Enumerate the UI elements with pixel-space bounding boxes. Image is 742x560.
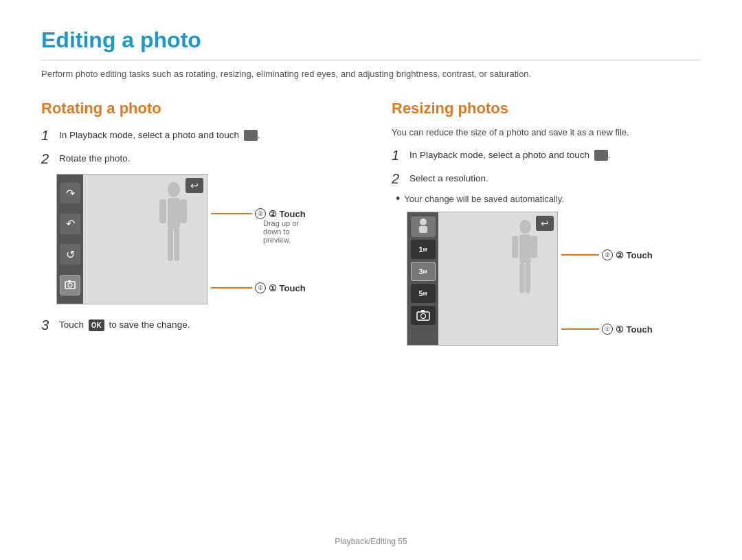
rotate-camera-btn[interactable] xyxy=(60,275,80,295)
resize-callout1-circle: ① xyxy=(602,324,613,335)
callout2-sublabel: Drag up or down to preview. xyxy=(263,219,306,244)
page-title: Editing a photo xyxy=(41,27,701,60)
res-camera-btn[interactable] xyxy=(411,306,436,325)
page-footer: Playback/Editing 55 xyxy=(0,537,742,546)
svg-rect-11 xyxy=(417,312,429,320)
callout2-circle: ② xyxy=(255,208,266,219)
resize-callout1: ① ① Touch xyxy=(561,324,653,335)
resize-person-icon xyxy=(411,216,436,237)
rotate-title: Rotating a photo xyxy=(41,100,350,117)
svg-rect-17 xyxy=(531,236,537,258)
svg-rect-2 xyxy=(68,280,71,282)
svg-point-12 xyxy=(420,314,425,319)
resize-playback-icon xyxy=(594,150,608,161)
res-1m-btn[interactable]: 1M xyxy=(411,240,436,259)
rotate-section: Rotating a photo 1 In Playback mode, sel… xyxy=(41,100,350,358)
svg-point-9 xyxy=(420,219,427,225)
playback-icon xyxy=(244,130,258,141)
svg-rect-19 xyxy=(526,262,530,293)
resize-intro: You can reduce the size of a photo and s… xyxy=(392,127,701,137)
resize-section: Resizing photos You can reduce the size … xyxy=(392,100,701,358)
svg-rect-18 xyxy=(519,262,524,293)
resize-callout1-label: ① Touch xyxy=(616,324,653,335)
callout2-label: ② Touch xyxy=(269,209,306,219)
rotate-step1: 1 In Playback mode, select a photo and t… xyxy=(41,127,350,144)
resize-person-silhouette xyxy=(508,219,543,309)
rotate-diagram: ↷ ↶ ↺ ↩ xyxy=(56,174,276,304)
svg-rect-8 xyxy=(174,228,179,261)
rotate-callout2: ② ② Touch Drag up or down to preview. xyxy=(211,208,306,244)
resize-callout2-label: ② Touch xyxy=(616,250,653,260)
page-subtitle: Perform photo editing tasks such as rota… xyxy=(41,69,701,79)
svg-rect-16 xyxy=(512,236,518,258)
resize-box: 1M 3M 5M ↩ xyxy=(407,212,558,346)
svg-rect-5 xyxy=(159,199,166,223)
svg-point-1 xyxy=(68,283,72,287)
resize-step2: 2 Select a resolution. xyxy=(392,170,701,187)
rotate-box: ↷ ↶ ↺ ↩ xyxy=(56,174,207,304)
person-silhouette xyxy=(155,181,193,278)
svg-rect-6 xyxy=(180,199,187,223)
resize-callout2-circle: ② xyxy=(602,249,613,260)
resize-bullet: • Your change will be saved automaticall… xyxy=(396,194,701,205)
ok-icon: OK xyxy=(89,320,104,331)
resize-main-area: ↩ xyxy=(438,212,557,345)
resize-sidebar: 1M 3M 5M xyxy=(407,212,438,345)
flip-btn[interactable]: ↺ xyxy=(60,244,80,265)
rotate-main-area: ↩ xyxy=(83,175,207,304)
rotate-sidebar: ↷ ↶ ↺ xyxy=(57,175,83,304)
svg-rect-4 xyxy=(168,198,180,229)
res-3m-btn[interactable]: 3M xyxy=(411,262,436,281)
callout1-label: ① Touch xyxy=(269,283,306,293)
rotate-callout1: ① ① Touch xyxy=(211,282,306,293)
svg-point-14 xyxy=(519,220,531,234)
resize-title: Resizing photos xyxy=(392,100,701,117)
svg-rect-15 xyxy=(519,234,531,263)
resize-callout2: ② ② Touch xyxy=(561,249,653,260)
rotate-step2: 2 Rotate the photo. xyxy=(41,150,350,167)
resize-diagram: 1M 3M 5M ↩ xyxy=(407,212,627,346)
rotate-ccw-btn[interactable]: ↶ xyxy=(60,214,80,234)
resize-step1: 1 In Playback mode, select a photo and t… xyxy=(392,147,701,164)
svg-point-3 xyxy=(168,182,180,197)
svg-rect-13 xyxy=(421,310,425,312)
svg-rect-10 xyxy=(419,226,427,233)
res-5m-btn[interactable]: 5M xyxy=(411,284,436,303)
rotate-step3: 3 Touch OK to save the change. xyxy=(41,317,350,333)
callout1-circle: ① xyxy=(255,282,266,293)
rotate-cw-btn[interactable]: ↷ xyxy=(60,183,80,203)
svg-rect-7 xyxy=(168,228,173,261)
